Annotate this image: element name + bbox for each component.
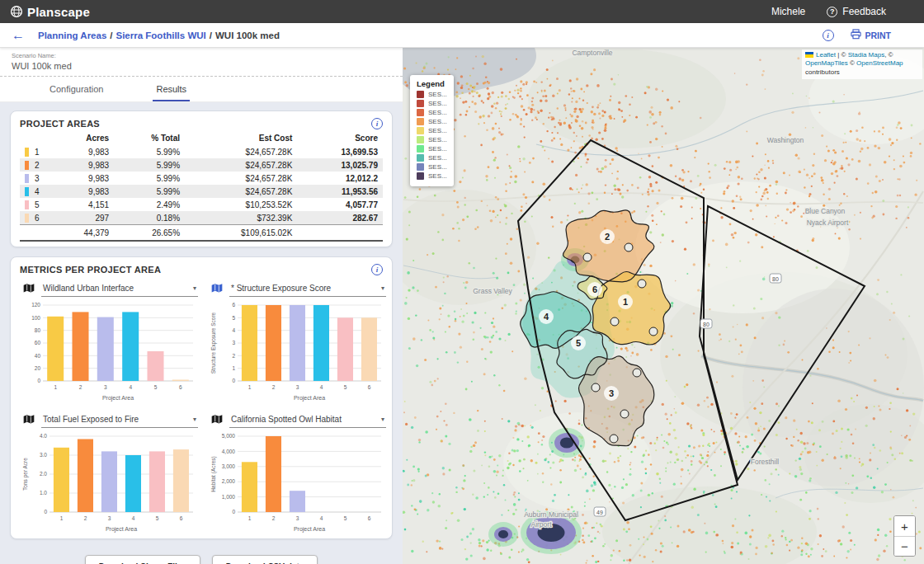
area-id-cell: 3 [20,172,50,185]
breadcrumb-item[interactable]: Sierra Foothills WUI [116,31,206,40]
svg-text:3: 3 [296,384,299,390]
metric-dropdown-owl-habitat[interactable]: California Spotted Owl Habitat ▾ [229,413,386,428]
tab-configuration[interactable]: Configuration [46,77,106,101]
project-area-label[interactable]: 2 [600,229,615,244]
scenario-info-icon[interactable]: i [823,30,834,41]
chart-structure-exposure: * Structure Exposure Score ▾ 01234561234… [208,278,389,402]
pct-cell: 5.99% [114,172,185,185]
table-row[interactable]: 49,9835.99%$24,657.28K11,953.56 [20,185,383,198]
svg-text:5: 5 [232,315,235,321]
project-areas-info-icon[interactable]: i [371,118,383,129]
svg-text:1: 1 [623,297,628,307]
legend-item: SES... [417,127,447,134]
metric-dropdown-fuel[interactable]: Total Fuel Exposed to Fire ▾ [41,413,198,428]
attribution-link[interactable]: OpenMapTiles [805,59,848,67]
zoom-in-button[interactable]: + [894,516,915,536]
cost-cell: $24,657.28K [185,185,297,198]
metric-dropdown-wui[interactable]: Wildland Urban Interface ▾ [41,282,198,297]
svg-text:2: 2 [232,353,235,359]
svg-text:60: 60 [35,340,41,345]
metrics-info-icon[interactable]: i [371,264,383,275]
chevron-down-icon: ▾ [193,416,196,423]
table-row[interactable]: 54,1512.49%$10,253.52K4,057.77 [20,198,383,211]
svg-text:0: 0 [232,509,235,515]
acres-cell: 9,983 [50,145,114,158]
project-areas-table: Acres % Total Est Cost Score 19,9835.99%… [20,132,383,242]
legend-label: SES... [428,154,447,162]
download-shape-files-button[interactable]: Download Shape Files [85,555,200,564]
legend-swatch [417,127,424,134]
svg-text:4: 4 [320,384,323,390]
area-color-swatch [25,200,29,209]
metric-dropdown-structure-exposure[interactable]: * Structure Exposure Score ▾ [229,282,386,297]
chevron-down-icon: ▾ [193,284,196,292]
area-id-cell: 1 [20,145,50,158]
user-menu[interactable]: Michele [771,6,805,17]
print-button[interactable]: PRINT [851,29,892,41]
project-area-label[interactable]: 1 [618,294,633,309]
map-canvas[interactable]: 123456808049CamptonvilleWashingtonBlue C… [403,48,924,564]
legend-item: SES... [417,118,447,125]
legend-swatch [417,145,424,153]
table-row[interactable]: 39,9835.99%$24,657.28K12,012.2 [20,172,383,185]
svg-text:6: 6 [368,515,371,521]
table-row[interactable]: 62970.18%$732.39K282.67 [20,211,383,225]
svg-text:Tons per Acre: Tons per Acre [22,458,29,491]
legend-label: SES... [428,145,447,153]
project-area-label[interactable]: 5 [571,336,586,350]
app-title: Planscape [27,5,90,19]
chart-canvas-fuel: 01.02.03.04.0123456Project AreaTons per … [21,431,200,533]
feedback-link[interactable]: ? Feedback [827,6,886,17]
map-place-label: Foresthill [751,458,780,466]
table-row[interactable]: 19,9835.99%$24,657.28K13,699.53 [20,145,383,158]
svg-text:2.0: 2.0 [40,471,47,477]
map-view[interactable]: 123456808049CamptonvilleWashingtonBlue C… [403,48,924,564]
svg-text:40: 40 [35,353,41,359]
total-acres: 44,379 [50,225,114,242]
planscape-logo[interactable]: Planscape [10,5,90,19]
map-icon[interactable] [23,282,35,297]
attribution-link[interactable]: OpenStreetMap [856,59,903,67]
attribution-link[interactable]: Leaflet [816,51,836,59]
svg-text:2: 2 [605,232,610,242]
svg-text:3,000: 3,000 [222,463,236,469]
map-icon[interactable] [211,413,223,428]
map-icon[interactable] [211,282,223,297]
table-row[interactable]: 29,9835.99%$24,657.28K13,025.79 [20,158,383,172]
svg-text:2: 2 [84,515,87,521]
attribution-link[interactable]: Stadia Maps [848,51,884,59]
area-color-swatch [25,174,29,183]
legend-item: SES... [417,172,447,180]
download-csv-button[interactable]: Download CSV data [212,555,318,564]
svg-text:0: 0 [232,378,235,383]
project-area-label[interactable]: 6 [587,282,602,297]
legend-label: SES... [428,127,447,134]
chart-canvas-wui: 020406080100120123456Project Area [21,300,200,402]
breadcrumb-item: WUI 100k med [215,31,280,40]
back-button[interactable]: ← [12,29,25,42]
svg-text:Project Area: Project Area [102,395,134,402]
svg-text:Project Area: Project Area [106,526,137,533]
legend-item: SES... [417,100,447,107]
download-row: Download Shape Files Download CSV data [10,548,393,564]
map-icon[interactable] [23,413,35,428]
project-area-label[interactable]: 3 [604,386,619,401]
attribution-text: | © [836,51,848,59]
project-area-label[interactable]: 4 [539,309,554,324]
svg-text:4,000: 4,000 [222,449,236,454]
area-id-cell: 6 [20,211,50,225]
legend-label: SES... [428,163,447,171]
acres-cell: 297 [50,211,114,225]
breadcrumb-item[interactable]: Planning Areas [38,31,106,40]
metric-dropdown-label: California Spotted Owl Habitat [231,415,381,424]
pct-cell: 5.99% [114,158,185,172]
legend-label: SES... [428,172,447,180]
map-place-label: Airport [530,520,552,529]
zoom-out-button[interactable]: − [894,536,915,556]
legend-swatch [417,91,424,98]
tab-results[interactable]: Results [153,77,190,101]
svg-text:5: 5 [344,515,347,521]
legend-label: SES... [428,91,447,98]
chart-fuel: Total Fuel Exposed to Fire ▾ 01.02.03.04… [20,409,201,533]
legend-swatch [417,109,424,116]
